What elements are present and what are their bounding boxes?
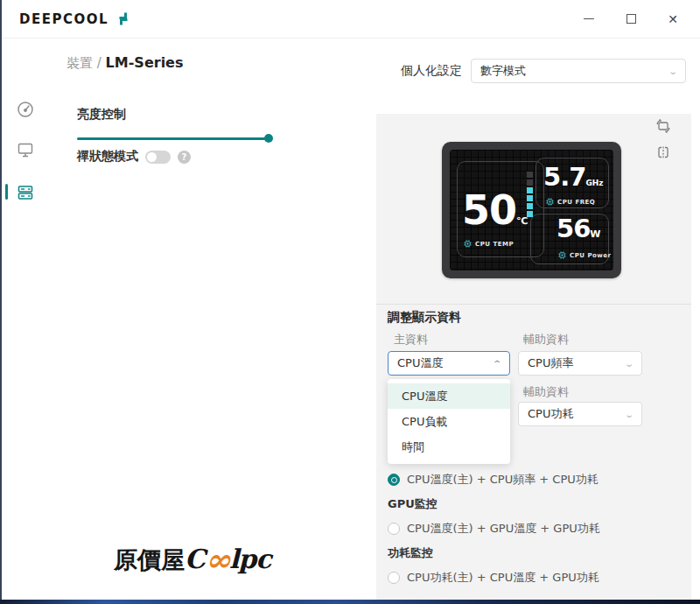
toggle-knob	[147, 152, 157, 162]
deepcool-logo: DeepCool	[19, 11, 130, 27]
primary-data-label: 主資料	[394, 332, 428, 348]
rotate-icon	[654, 117, 672, 135]
meter-segment-inactive	[527, 179, 533, 186]
titlebar: DeepCool ✕	[0, 0, 700, 39]
personalization-row: 個人化設定 數字模式 ⌄	[401, 59, 686, 83]
preset-group-header: GPU監控	[388, 492, 676, 516]
meter-segment-active	[527, 203, 533, 209]
preset-radio-option[interactable]: CPU溫度(主) + GPU溫度 + GPU功耗	[388, 516, 676, 541]
load-meter	[527, 172, 533, 217]
breadcrumb: 裝置 / LM-Series	[66, 54, 184, 72]
preset-list: CPU溫度(主) + CPU頻率 + CPU功耗GPU監控CPU溫度(主) + …	[388, 467, 676, 590]
cpu-chip-icon	[558, 251, 566, 259]
flip-icon	[654, 144, 672, 161]
aux-data-value-1: CPU頻率	[528, 355, 573, 371]
slider-handle[interactable]	[264, 134, 273, 143]
sidebar-item-dashboard[interactable]	[14, 98, 37, 121]
sidebar: ⚙	[2, 39, 47, 600]
aux-data-value-2: CPU功耗	[528, 406, 573, 422]
cpu-chip-icon	[546, 198, 554, 206]
preset-radio-option[interactable]: CPU功耗(主) + CPU溫度 + GPU功耗	[388, 565, 676, 590]
radio-unchecked-icon[interactable]	[388, 572, 400, 584]
zen-mode-label: 禪狀態模式	[77, 149, 138, 165]
cpu-chip-icon	[464, 240, 472, 248]
desktop-wallpaper-edge	[0, 600, 700, 604]
chevron-down-icon: ⌄	[668, 67, 678, 76]
minimize-button[interactable]	[574, 6, 604, 32]
window-controls: ✕	[574, 6, 688, 32]
breadcrumb-page: LM-Series	[106, 54, 184, 71]
preset-label: CPU功耗(主) + CPU溫度 + GPU功耗	[407, 570, 599, 586]
sidebar-item-display[interactable]	[14, 138, 37, 161]
zen-mode-row: 禪狀態模式 ?	[77, 149, 191, 165]
aux-data-label-1: 輔助資料	[523, 332, 569, 348]
watermark-infinity: ∞	[205, 541, 229, 578]
radio-checked-icon[interactable]	[388, 474, 400, 486]
zen-mode-toggle[interactable]	[145, 151, 171, 164]
gauge-icon	[17, 101, 34, 118]
chevron-up-icon: ⌃	[492, 359, 502, 369]
close-button[interactable]: ✕	[658, 6, 688, 32]
monitor-icon	[17, 141, 34, 158]
watermark: 原價屋C∞lpc	[114, 541, 271, 578]
cpu-temp-label-row: CPU TEMP	[464, 240, 514, 248]
preview-panel: 50℃ CPU TEMP 5.7GHz CPU FREQ 56W CPU Pow…	[376, 114, 691, 600]
brightness-slider[interactable]	[77, 135, 271, 142]
preset-group-header: 功耗監控	[388, 541, 676, 565]
primary-data-select[interactable]: CPU溫度 ⌃	[388, 351, 510, 376]
breadcrumb-section[interactable]: 裝置	[66, 55, 93, 71]
adjust-section-title: 調整顯示資料	[388, 310, 461, 326]
breadcrumb-separator: /	[97, 55, 106, 71]
preset-radio-option[interactable]: CPU溫度(主) + CPU頻率 + CPU功耗	[388, 467, 676, 492]
meter-segment-active	[527, 187, 533, 193]
aux-data-select-1[interactable]: CPU頻率 ⌄	[518, 351, 642, 376]
dropdown-option[interactable]: 時間	[388, 434, 510, 460]
dropdown-option[interactable]: CPU負載	[388, 409, 510, 434]
maximize-button[interactable]	[616, 6, 646, 32]
meter-segment-active	[527, 195, 533, 201]
cpu-freq-label-row: CPU FREQ	[546, 198, 595, 206]
primary-data-value: CPU溫度	[397, 355, 443, 371]
primary-data-dropdown-menu: CPU溫度CPU負載時間	[388, 379, 510, 464]
device-icon	[17, 184, 34, 201]
meter-segment-inactive	[527, 172, 533, 178]
window-left-edge	[0, 0, 2, 604]
personalization-label: 個人化設定	[401, 63, 462, 79]
sidebar-item-devices[interactable]	[14, 181, 37, 204]
rotate-screen-button[interactable]	[654, 117, 672, 135]
close-icon: ✕	[668, 13, 678, 25]
dropdown-option[interactable]: CPU溫度	[388, 383, 510, 409]
watermark-lpc: lpc	[229, 544, 271, 574]
lcd-screen: 50℃ CPU TEMP 5.7GHz CPU FREQ 56W CPU Pow…	[450, 150, 613, 270]
maximize-icon	[626, 14, 636, 24]
slider-track	[77, 137, 271, 140]
minimize-icon	[584, 18, 594, 20]
aux-data-select-2[interactable]: CPU功耗 ⌄	[518, 402, 642, 426]
preset-label: CPU溫度(主) + GPU溫度 + GPU功耗	[407, 521, 600, 537]
cpu-power-unit: W	[590, 228, 600, 240]
cpu-power-label-row: CPU Power	[558, 251, 612, 259]
lcd-monitor-preview: 50℃ CPU TEMP 5.7GHz CPU FREQ 56W CPU Pow…	[442, 142, 621, 278]
flip-screen-button[interactable]	[654, 144, 672, 161]
personalization-select[interactable]: 數字模式 ⌄	[471, 59, 686, 83]
cpu-freq-value: 5.7GHz	[543, 165, 604, 190]
panel-divider	[376, 304, 691, 305]
active-nav-indicator	[5, 184, 8, 200]
watermark-c: C	[185, 544, 205, 574]
aux-data-label-2: 輔助資料	[523, 384, 569, 400]
watermark-cjk: 原價屋	[114, 546, 185, 573]
radio-unchecked-icon[interactable]	[388, 523, 400, 535]
chevron-down-icon: ⌄	[624, 410, 634, 419]
logo-text: DeepCool	[19, 11, 108, 27]
chevron-down-icon: ⌄	[624, 359, 634, 369]
cpu-power-value: 56W	[556, 216, 601, 242]
preset-label: CPU溫度(主) + CPU頻率 + CPU功耗	[407, 472, 598, 488]
meter-segment-active	[527, 211, 533, 217]
personalization-value: 數字模式	[480, 63, 526, 79]
brightness-label: 亮度控制	[77, 107, 126, 123]
help-icon[interactable]: ?	[178, 151, 191, 164]
cpu-freq-unit: GHz	[585, 179, 603, 187]
cpu-temp-value: 50℃	[462, 190, 528, 230]
deepcool-logo-icon	[116, 11, 130, 26]
